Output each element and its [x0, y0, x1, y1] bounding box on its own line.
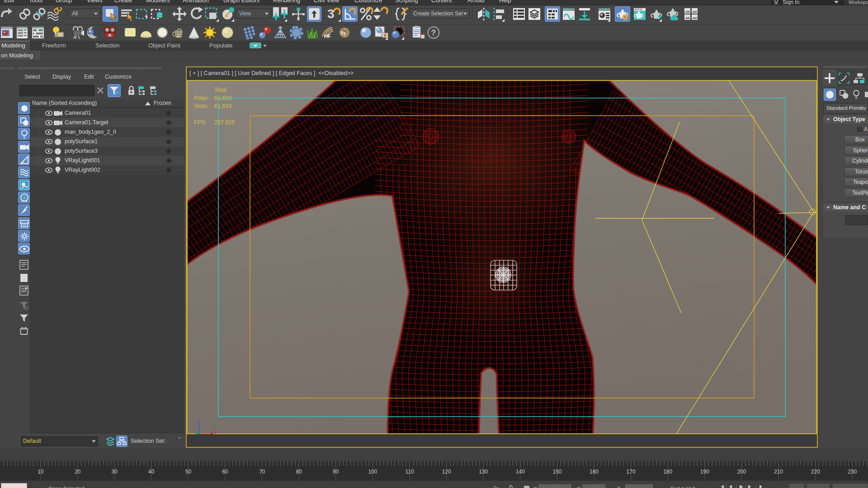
- svg-text:100: 100: [368, 469, 377, 475]
- svg-text:?: ?: [431, 28, 436, 37]
- svg-text:130: 130: [479, 469, 488, 475]
- svg-text:200: 200: [737, 469, 746, 475]
- svg-text:190: 190: [700, 469, 709, 475]
- svg-text:90: 90: [333, 469, 339, 475]
- svg-text:HF: HF: [324, 33, 331, 39]
- svg-text:140: 140: [516, 469, 525, 475]
- svg-text:50: 50: [185, 469, 192, 475]
- svg-text:z: z: [198, 418, 200, 422]
- svg-text:120: 120: [442, 469, 451, 475]
- svg-text:150: 150: [552, 469, 561, 475]
- svg-text:Polys:: Polys:: [194, 95, 209, 101]
- svg-text:Total: Total: [214, 87, 226, 93]
- svg-text:10: 10: [38, 469, 44, 475]
- svg-text:160: 160: [590, 469, 599, 475]
- svg-text:257.925: 257.925: [214, 119, 235, 126]
- svg-text:40: 40: [148, 469, 155, 475]
- svg-text:30: 30: [112, 469, 118, 475]
- svg-text:20: 20: [75, 469, 81, 475]
- svg-text:0x: 0x: [341, 31, 346, 36]
- svg-text:80: 80: [296, 469, 302, 475]
- svg-text:61,619: 61,619: [214, 103, 231, 109]
- svg-text:180: 180: [663, 469, 672, 475]
- svg-text:FPS:: FPS:: [194, 119, 207, 126]
- svg-text:110: 110: [405, 469, 414, 475]
- svg-text:210: 210: [774, 469, 783, 475]
- svg-text:70: 70: [259, 469, 265, 475]
- svg-text:170: 170: [627, 469, 636, 475]
- svg-text:Verts:: Verts:: [194, 103, 208, 109]
- svg-text:60: 60: [222, 469, 228, 475]
- svg-text:3: 3: [327, 7, 335, 21]
- svg-text:220: 220: [811, 469, 820, 475]
- svg-text:230: 230: [848, 469, 857, 475]
- svg-text:61,610: 61,610: [214, 95, 231, 101]
- svg-text:x: x: [214, 430, 217, 434]
